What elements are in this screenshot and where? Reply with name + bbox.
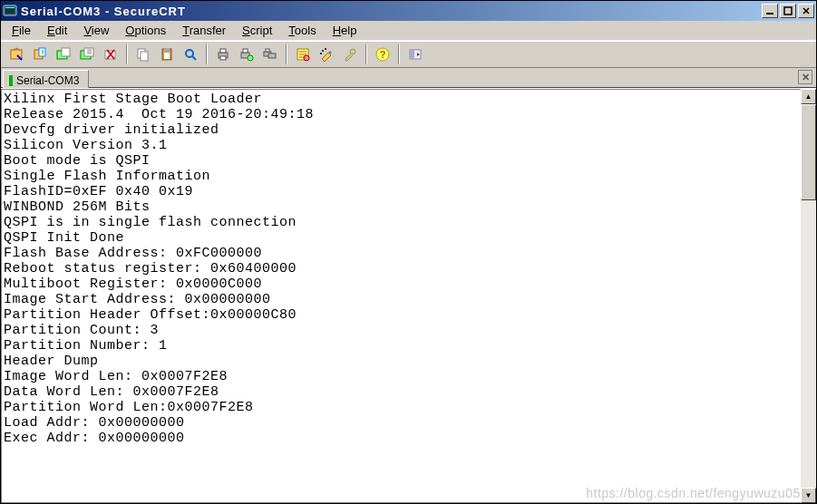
menu-file[interactable]: File [5, 22, 38, 39]
menu-script[interactable]: Script [235, 22, 279, 39]
print-setup-icon[interactable] [236, 44, 258, 65]
menu-transfer[interactable]: Transfer [175, 22, 233, 39]
toolbar-separator [126, 44, 128, 64]
options-icon[interactable] [292, 44, 314, 65]
reconnect-icon[interactable] [29, 44, 51, 65]
svg-point-31 [304, 55, 309, 61]
window-buttons [762, 4, 814, 18]
help-icon[interactable]: ? [372, 44, 394, 65]
copy-icon[interactable] [132, 44, 154, 65]
toggle-icon[interactable] [404, 44, 426, 65]
toolbar-separator [365, 44, 367, 64]
terminal-area: Xilinx First Stage Boot Loader Release 2… [1, 88, 816, 503]
menu-edit[interactable]: Edit [40, 22, 74, 39]
session-options-icon[interactable] [316, 44, 337, 65]
menu-options[interactable]: Options [118, 22, 173, 39]
scroll-up-button[interactable]: ▲ [801, 89, 816, 104]
tab-serial-com3[interactable]: Serial-COM3 [3, 70, 89, 88]
disconnect-all-icon[interactable] [76, 44, 98, 65]
svg-rect-18 [164, 48, 170, 51]
svg-point-34 [320, 53, 322, 54]
toolbar-separator [398, 44, 400, 64]
svg-rect-39 [410, 50, 414, 59]
svg-rect-22 [220, 49, 226, 53]
svg-rect-28 [268, 53, 276, 58]
menubar: FileEditViewOptionsTransferScriptToolsHe… [1, 21, 816, 41]
close-button[interactable] [798, 4, 814, 18]
svg-rect-11 [62, 48, 70, 56]
svg-rect-3 [766, 13, 773, 15]
vertical-scrollbar[interactable]: ▲ ▼ [801, 89, 816, 503]
scroll-down-button[interactable]: ▼ [801, 488, 816, 503]
toolbar-separator [206, 44, 208, 64]
svg-point-20 [186, 50, 193, 57]
print-all-icon[interactable] [259, 44, 281, 65]
paste-icon[interactable] [156, 44, 178, 65]
svg-point-32 [322, 50, 324, 52]
disconnect-icon[interactable] [53, 44, 74, 65]
tab-close-button[interactable]: ✕ [798, 70, 812, 84]
svg-rect-23 [220, 56, 226, 60]
titlebar: Serial-COM3 - SecureCRT [1, 1, 816, 21]
toolbar: ? [1, 41, 816, 68]
tab-label: Serial-COM3 [16, 74, 79, 87]
svg-rect-19 [164, 53, 170, 59]
menu-view[interactable]: View [76, 22, 116, 39]
find-icon[interactable] [180, 44, 201, 65]
window-title: Serial-COM3 - SecureCRT [21, 5, 762, 18]
svg-point-33 [325, 48, 326, 50]
tabbar: Serial-COM3 ✕ [1, 68, 816, 88]
svg-rect-4 [784, 7, 792, 15]
menu-tools[interactable]: Tools [281, 22, 323, 39]
svg-rect-29 [266, 49, 269, 52]
toolbar-separator [286, 44, 287, 64]
key-icon[interactable] [339, 44, 361, 65]
quick-connect-icon[interactable] [5, 44, 27, 65]
minimize-button[interactable] [762, 4, 778, 18]
svg-rect-25 [243, 49, 248, 53]
scroll-thumb[interactable] [801, 104, 816, 200]
menu-help[interactable]: Help [326, 22, 365, 39]
maximize-button[interactable] [780, 4, 796, 18]
scroll-track[interactable] [801, 104, 816, 488]
terminal-output[interactable]: Xilinx First Stage Boot Loader Release 2… [1, 89, 801, 503]
svg-text:?: ? [380, 49, 386, 60]
delete-icon[interactable] [100, 44, 122, 65]
svg-point-26 [248, 55, 253, 61]
svg-rect-16 [141, 52, 148, 61]
svg-rect-9 [39, 48, 45, 56]
svg-rect-2 [5, 7, 15, 8]
tab-active-indicator [9, 75, 13, 86]
print-icon[interactable] [212, 44, 234, 65]
svg-rect-1 [5, 7, 15, 14]
app-icon [3, 4, 17, 18]
